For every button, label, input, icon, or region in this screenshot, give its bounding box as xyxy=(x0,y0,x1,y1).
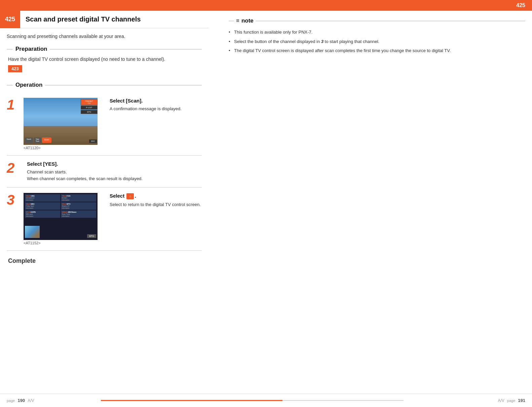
operation-label: Operation xyxy=(13,82,45,88)
operation-section-header: Operation xyxy=(7,82,202,88)
step-3-caption: <AT1152> xyxy=(24,241,41,245)
note-equiv-icon: ≡ xyxy=(234,17,241,24)
footer-av-right: A/V xyxy=(498,398,504,403)
step-1-bottom-btns: Seek TeleText Scan xyxy=(25,137,51,143)
right-panel: ≡ note This function is available only f… xyxy=(215,11,525,57)
step-3-number: 3 xyxy=(7,193,20,207)
tv-src-btn: SRC xyxy=(89,139,97,143)
step-1-title: Select [Scan]. xyxy=(110,98,202,104)
step-3-channel-list: 34ch CBS SHOWBUZZinformation 70ch FOX BO… xyxy=(24,193,98,240)
step-1-image: PRESETCH P-LIST EPG Seek TeleText Scan S… xyxy=(24,98,98,145)
note-item-3: The digital TV control screen is display… xyxy=(229,47,525,54)
step-2-title: Select [YES]. xyxy=(27,161,202,167)
step-2: 2 Select [YES]. Channel scan starts.When… xyxy=(7,156,202,188)
step-1-number: 1 xyxy=(7,98,20,112)
step-1-desc: A confirmation message is displayed. xyxy=(110,106,202,112)
op-line-left xyxy=(7,85,13,85)
step-1-image-wrapper: PRESETCH P-LIST EPG Seek TeleText Scan S… xyxy=(24,98,104,150)
step-1-caption: <AT1120> xyxy=(24,146,41,150)
step-1-tv-overlay: PRESETCH P-LIST EPG xyxy=(81,99,98,114)
page-subtitle: Scanning and presetting channels availab… xyxy=(7,34,202,39)
select-home-icon: ⌂ xyxy=(126,193,134,199)
complete-label: Complete xyxy=(7,257,202,264)
channel-item: 34ch CBS SHOWBUZZinformation xyxy=(25,194,60,202)
step-3-tv-thumbnail xyxy=(25,226,40,238)
step-3-title: Select ⌂. xyxy=(110,193,202,199)
step-2-number: 2 xyxy=(7,161,20,175)
footer-left: page 190 A/V xyxy=(7,398,34,403)
step-3-image-wrapper: 34ch CBS SHOWBUZZinformation 70ch FOX BO… xyxy=(24,193,104,245)
channel-item: 47ch MTV Weekly HITinformation xyxy=(61,202,96,210)
note-item-2: Select the button of the channel display… xyxy=(229,38,525,45)
page-number-badge: 425 xyxy=(0,11,20,28)
footer-progress-bar xyxy=(101,400,404,401)
note-line-right xyxy=(256,21,525,21)
op-line-right xyxy=(45,85,202,85)
footer-right: A/V page 191 xyxy=(498,398,525,403)
step-3-number-area: 3 xyxy=(7,193,24,207)
tv-epg-btn: EPG xyxy=(81,110,98,114)
step-3-image: 34ch CBS SHOWBUZZinformation 70ch FOX BO… xyxy=(24,193,98,240)
step-2-desc: Channel scan starts.When channel scan co… xyxy=(27,169,202,182)
step-1: 1 PRESETCH P-LIST EPG Seek TeleText Scan… xyxy=(7,92,202,156)
page-title: Scan and preset digital TV channels xyxy=(20,15,141,23)
top-bar-page-number: 425 xyxy=(516,2,525,8)
channel-item: 97ch ESPN NBA newsinformation xyxy=(25,210,60,218)
step-2-content: Select [YES]. Channel scan starts.When c… xyxy=(24,161,202,182)
step-3-content: Select ⌂. Select to return to the digita… xyxy=(110,193,202,208)
step-3-epg-btn: EPG xyxy=(87,234,96,238)
footer-progress-fill xyxy=(101,400,282,401)
note-line-left xyxy=(229,21,234,21)
preparation-label: Preparation xyxy=(13,46,50,52)
footer-av-left: A/V xyxy=(28,398,34,403)
channel-item: 70ch FOX BONESinformation xyxy=(61,194,96,202)
channel-item: 100ch ABCNews News Todayinformation xyxy=(61,210,96,218)
footer: page 190 A/V A/V page 191 xyxy=(0,394,532,407)
tv-teletext-btn: TeleText xyxy=(34,137,41,143)
channel-item: 43ch NBC Friday Nightinformation xyxy=(25,202,60,210)
note-label: note xyxy=(241,17,254,24)
tv-scan-btn: Scan xyxy=(42,137,51,143)
footer-page-label-left: page xyxy=(7,399,15,403)
prep-text: Have the digital TV control screen displ… xyxy=(7,56,202,62)
top-bar: 425 xyxy=(0,0,532,11)
main-content: Scanning and presetting channels availab… xyxy=(0,28,208,394)
prep-line-right xyxy=(50,49,202,49)
note-header: ≡ note xyxy=(229,17,525,24)
step-2-number-area: 2 xyxy=(7,161,24,175)
footer-page-num-right: 191 xyxy=(518,398,525,403)
prep-line-left xyxy=(7,49,13,49)
footer-page-num-left: 190 xyxy=(17,398,25,403)
tv-plist-btn: P-LIST xyxy=(81,106,98,110)
preparation-section-header: Preparation xyxy=(7,46,202,52)
step-3-desc: Select to return to the digital TV contr… xyxy=(110,201,202,208)
prep-badge: 423 xyxy=(8,65,22,72)
tv-preset-btn: PRESETCH xyxy=(81,99,98,105)
tv-seek-btn: Seek xyxy=(25,137,33,143)
step-3: 3 34ch CBS SHOWBUZZinformation 70ch FOX … xyxy=(7,188,202,251)
note-list: This function is available only for PNX-… xyxy=(229,29,525,54)
step-1-number-area: 1 xyxy=(7,98,24,112)
footer-page-label-right: page xyxy=(507,399,515,403)
step-1-content: Select [Scan]. A confirmation message is… xyxy=(110,98,202,112)
note-item-1: This function is available only for PNX-… xyxy=(229,29,525,36)
page-header: 425 Scan and preset digital TV channels xyxy=(0,11,208,28)
channel-list: 34ch CBS SHOWBUZZinformation 70ch FOX BO… xyxy=(25,194,96,218)
